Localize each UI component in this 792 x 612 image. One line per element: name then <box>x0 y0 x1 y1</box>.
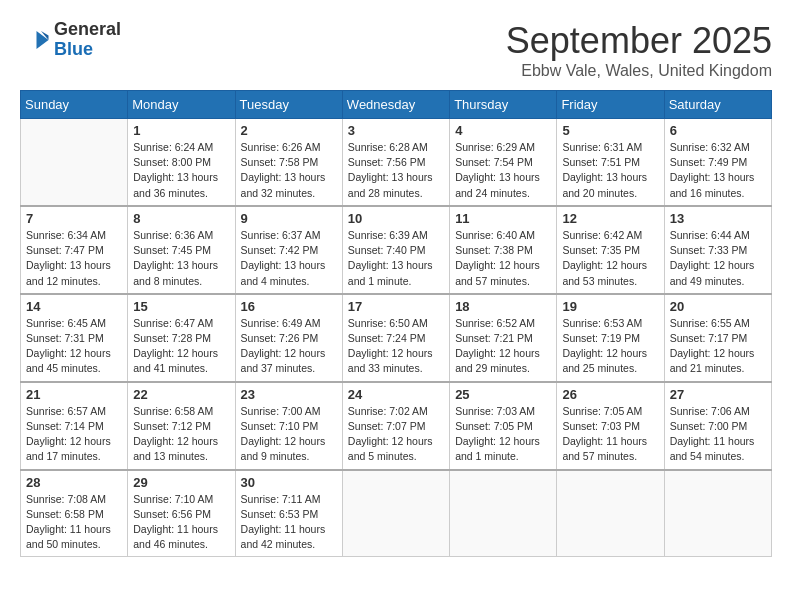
day-number: 25 <box>455 387 551 402</box>
calendar-cell <box>664 470 771 557</box>
calendar-cell <box>342 470 449 557</box>
day-number: 20 <box>670 299 766 314</box>
title-block: September 2025 Ebbw Vale, Wales, United … <box>506 20 772 80</box>
day-number: 17 <box>348 299 444 314</box>
calendar-cell: 2Sunrise: 6:26 AM Sunset: 7:58 PM Daylig… <box>235 119 342 206</box>
calendar-cell: 28Sunrise: 7:08 AM Sunset: 6:58 PM Dayli… <box>21 470 128 557</box>
day-info: Sunrise: 6:28 AM Sunset: 7:56 PM Dayligh… <box>348 140 444 201</box>
calendar-week-row: 21Sunrise: 6:57 AM Sunset: 7:14 PM Dayli… <box>21 382 772 470</box>
calendar-cell: 4Sunrise: 6:29 AM Sunset: 7:54 PM Daylig… <box>450 119 557 206</box>
calendar-cell: 3Sunrise: 6:28 AM Sunset: 7:56 PM Daylig… <box>342 119 449 206</box>
calendar-cell: 26Sunrise: 7:05 AM Sunset: 7:03 PM Dayli… <box>557 382 664 470</box>
day-header-thursday: Thursday <box>450 91 557 119</box>
day-number: 22 <box>133 387 229 402</box>
day-info: Sunrise: 7:11 AM Sunset: 6:53 PM Dayligh… <box>241 492 337 553</box>
day-info: Sunrise: 7:08 AM Sunset: 6:58 PM Dayligh… <box>26 492 122 553</box>
calendar-week-row: 14Sunrise: 6:45 AM Sunset: 7:31 PM Dayli… <box>21 294 772 382</box>
day-number: 16 <box>241 299 337 314</box>
calendar-cell: 25Sunrise: 7:03 AM Sunset: 7:05 PM Dayli… <box>450 382 557 470</box>
day-info: Sunrise: 6:47 AM Sunset: 7:28 PM Dayligh… <box>133 316 229 377</box>
calendar-week-row: 28Sunrise: 7:08 AM Sunset: 6:58 PM Dayli… <box>21 470 772 557</box>
calendar-cell: 19Sunrise: 6:53 AM Sunset: 7:19 PM Dayli… <box>557 294 664 382</box>
day-number: 13 <box>670 211 766 226</box>
calendar-cell: 6Sunrise: 6:32 AM Sunset: 7:49 PM Daylig… <box>664 119 771 206</box>
day-info: Sunrise: 6:24 AM Sunset: 8:00 PM Dayligh… <box>133 140 229 201</box>
day-number: 8 <box>133 211 229 226</box>
calendar-cell: 14Sunrise: 6:45 AM Sunset: 7:31 PM Dayli… <box>21 294 128 382</box>
calendar-header-row: SundayMondayTuesdayWednesdayThursdayFrid… <box>21 91 772 119</box>
logo-general: General <box>54 20 121 40</box>
day-number: 3 <box>348 123 444 138</box>
day-info: Sunrise: 6:52 AM Sunset: 7:21 PM Dayligh… <box>455 316 551 377</box>
calendar-cell: 10Sunrise: 6:39 AM Sunset: 7:40 PM Dayli… <box>342 206 449 294</box>
calendar-cell: 30Sunrise: 7:11 AM Sunset: 6:53 PM Dayli… <box>235 470 342 557</box>
day-number: 9 <box>241 211 337 226</box>
day-info: Sunrise: 6:26 AM Sunset: 7:58 PM Dayligh… <box>241 140 337 201</box>
day-info: Sunrise: 6:45 AM Sunset: 7:31 PM Dayligh… <box>26 316 122 377</box>
day-info: Sunrise: 6:57 AM Sunset: 7:14 PM Dayligh… <box>26 404 122 465</box>
day-info: Sunrise: 6:39 AM Sunset: 7:40 PM Dayligh… <box>348 228 444 289</box>
day-number: 29 <box>133 475 229 490</box>
day-info: Sunrise: 6:58 AM Sunset: 7:12 PM Dayligh… <box>133 404 229 465</box>
day-number: 7 <box>26 211 122 226</box>
day-number: 10 <box>348 211 444 226</box>
day-number: 5 <box>562 123 658 138</box>
day-info: Sunrise: 6:49 AM Sunset: 7:26 PM Dayligh… <box>241 316 337 377</box>
month-title: September 2025 <box>506 20 772 62</box>
calendar-cell: 8Sunrise: 6:36 AM Sunset: 7:45 PM Daylig… <box>128 206 235 294</box>
location-subtitle: Ebbw Vale, Wales, United Kingdom <box>506 62 772 80</box>
day-number: 27 <box>670 387 766 402</box>
day-number: 14 <box>26 299 122 314</box>
calendar-table: SundayMondayTuesdayWednesdayThursdayFrid… <box>20 90 772 557</box>
calendar-cell: 7Sunrise: 6:34 AM Sunset: 7:47 PM Daylig… <box>21 206 128 294</box>
day-number: 21 <box>26 387 122 402</box>
logo-text: General Blue <box>54 20 121 60</box>
calendar-cell: 18Sunrise: 6:52 AM Sunset: 7:21 PM Dayli… <box>450 294 557 382</box>
day-info: Sunrise: 6:50 AM Sunset: 7:24 PM Dayligh… <box>348 316 444 377</box>
calendar-cell <box>557 470 664 557</box>
calendar-cell: 11Sunrise: 6:40 AM Sunset: 7:38 PM Dayli… <box>450 206 557 294</box>
calendar-cell: 16Sunrise: 6:49 AM Sunset: 7:26 PM Dayli… <box>235 294 342 382</box>
calendar-cell: 9Sunrise: 6:37 AM Sunset: 7:42 PM Daylig… <box>235 206 342 294</box>
day-info: Sunrise: 7:05 AM Sunset: 7:03 PM Dayligh… <box>562 404 658 465</box>
day-info: Sunrise: 7:10 AM Sunset: 6:56 PM Dayligh… <box>133 492 229 553</box>
day-number: 12 <box>562 211 658 226</box>
day-info: Sunrise: 6:42 AM Sunset: 7:35 PM Dayligh… <box>562 228 658 289</box>
day-info: Sunrise: 7:06 AM Sunset: 7:00 PM Dayligh… <box>670 404 766 465</box>
calendar-cell: 20Sunrise: 6:55 AM Sunset: 7:17 PM Dayli… <box>664 294 771 382</box>
logo-blue: Blue <box>54 40 121 60</box>
calendar-cell: 22Sunrise: 6:58 AM Sunset: 7:12 PM Dayli… <box>128 382 235 470</box>
calendar-cell: 21Sunrise: 6:57 AM Sunset: 7:14 PM Dayli… <box>21 382 128 470</box>
calendar-cell: 23Sunrise: 7:00 AM Sunset: 7:10 PM Dayli… <box>235 382 342 470</box>
calendar-week-row: 1Sunrise: 6:24 AM Sunset: 8:00 PM Daylig… <box>21 119 772 206</box>
day-number: 2 <box>241 123 337 138</box>
day-info: Sunrise: 6:44 AM Sunset: 7:33 PM Dayligh… <box>670 228 766 289</box>
day-info: Sunrise: 6:31 AM Sunset: 7:51 PM Dayligh… <box>562 140 658 201</box>
day-info: Sunrise: 6:37 AM Sunset: 7:42 PM Dayligh… <box>241 228 337 289</box>
page-header: General Blue September 2025 Ebbw Vale, W… <box>20 20 772 80</box>
day-number: 6 <box>670 123 766 138</box>
day-info: Sunrise: 6:34 AM Sunset: 7:47 PM Dayligh… <box>26 228 122 289</box>
day-info: Sunrise: 6:32 AM Sunset: 7:49 PM Dayligh… <box>670 140 766 201</box>
day-info: Sunrise: 7:03 AM Sunset: 7:05 PM Dayligh… <box>455 404 551 465</box>
day-number: 4 <box>455 123 551 138</box>
day-number: 23 <box>241 387 337 402</box>
calendar-cell <box>450 470 557 557</box>
day-header-monday: Monday <box>128 91 235 119</box>
day-number: 24 <box>348 387 444 402</box>
day-number: 11 <box>455 211 551 226</box>
day-info: Sunrise: 6:29 AM Sunset: 7:54 PM Dayligh… <box>455 140 551 201</box>
day-number: 26 <box>562 387 658 402</box>
calendar-cell: 1Sunrise: 6:24 AM Sunset: 8:00 PM Daylig… <box>128 119 235 206</box>
day-number: 19 <box>562 299 658 314</box>
day-info: Sunrise: 6:53 AM Sunset: 7:19 PM Dayligh… <box>562 316 658 377</box>
day-info: Sunrise: 7:02 AM Sunset: 7:07 PM Dayligh… <box>348 404 444 465</box>
svg-marker-0 <box>37 31 49 49</box>
day-info: Sunrise: 6:55 AM Sunset: 7:17 PM Dayligh… <box>670 316 766 377</box>
day-header-saturday: Saturday <box>664 91 771 119</box>
day-header-tuesday: Tuesday <box>235 91 342 119</box>
calendar-cell: 17Sunrise: 6:50 AM Sunset: 7:24 PM Dayli… <box>342 294 449 382</box>
logo-icon <box>20 25 50 55</box>
calendar-cell: 29Sunrise: 7:10 AM Sunset: 6:56 PM Dayli… <box>128 470 235 557</box>
calendar-cell: 5Sunrise: 6:31 AM Sunset: 7:51 PM Daylig… <box>557 119 664 206</box>
